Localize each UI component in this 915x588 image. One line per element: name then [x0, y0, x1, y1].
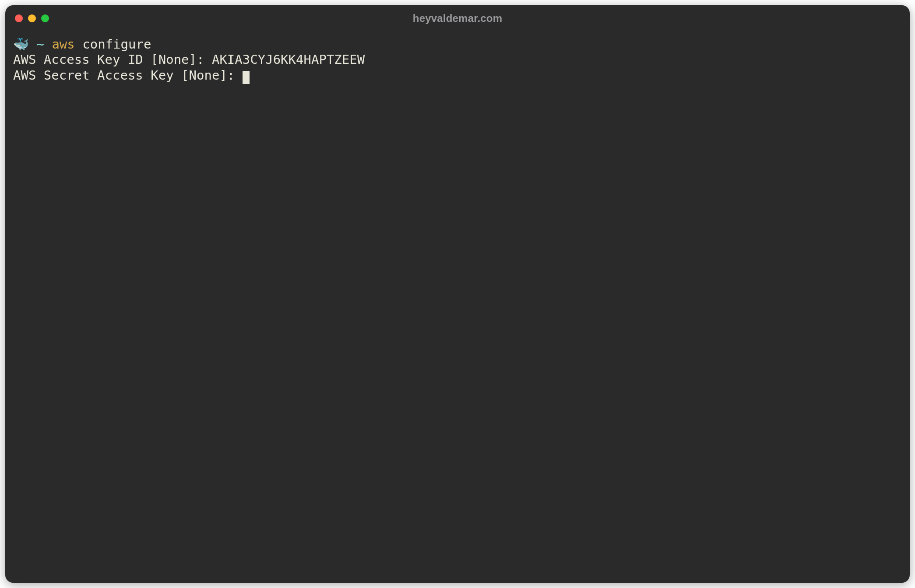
- titlebar: heyvaldemar.com: [5, 5, 910, 32]
- maximize-icon[interactable]: [41, 14, 49, 22]
- access-key-line: AWS Access Key ID [None]: AKIA3CYJ6KK4HA…: [13, 52, 902, 67]
- terminal-body[interactable]: 🐳 ~ aws configureAWS Access Key ID [None…: [5, 32, 910, 583]
- secret-key-label: AWS Secret Access Key [None]:: [13, 68, 243, 83]
- command-argument: configure: [82, 37, 151, 52]
- access-key-value: AKIA3CYJ6KK4HAPTZEEW: [212, 52, 365, 67]
- minimize-icon[interactable]: [28, 14, 36, 22]
- command-name: aws: [52, 37, 74, 52]
- prompt-line: 🐳 ~ aws configure: [13, 37, 902, 52]
- window-title: heyvaldemar.com: [413, 12, 502, 24]
- access-key-label: AWS Access Key ID [None]:: [13, 52, 212, 67]
- whale-icon: 🐳: [13, 37, 29, 52]
- cursor-icon: [243, 71, 250, 84]
- terminal-window: heyvaldemar.com 🐳 ~ aws configureAWS Acc…: [5, 5, 910, 583]
- close-icon[interactable]: [15, 14, 23, 22]
- traffic-lights: [15, 14, 49, 22]
- secret-key-line: AWS Secret Access Key [None]:: [13, 68, 902, 83]
- prompt-tilde: ~: [36, 37, 44, 52]
